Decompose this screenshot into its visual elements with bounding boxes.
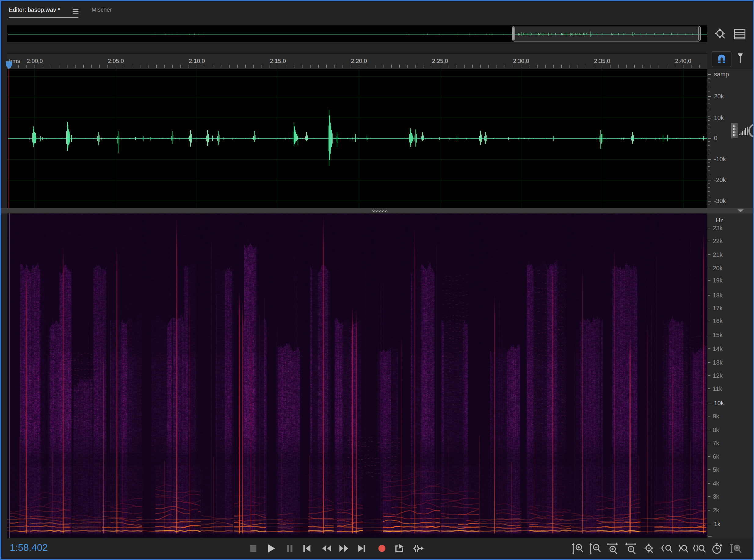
svg-text:5k: 5k xyxy=(713,466,719,473)
svg-text:6k: 6k xyxy=(713,453,719,460)
svg-text:20k: 20k xyxy=(713,265,723,272)
svg-text:2:10,0: 2:10,0 xyxy=(189,58,205,64)
svg-text:12k: 12k xyxy=(713,372,723,379)
svg-text:17k: 17k xyxy=(713,305,723,312)
svg-text:11k: 11k xyxy=(713,385,722,392)
svg-text:2:35,0: 2:35,0 xyxy=(594,58,610,64)
svg-text:15k: 15k xyxy=(713,332,723,338)
svg-text:1k: 1k xyxy=(714,521,721,527)
svg-text:2:15,0: 2:15,0 xyxy=(270,58,286,64)
svg-text:-10k: -10k xyxy=(714,156,726,162)
svg-text:22k: 22k xyxy=(713,238,723,244)
svg-text:21k: 21k xyxy=(713,251,723,258)
svg-text:3k: 3k xyxy=(713,493,719,500)
svg-text:19k: 19k xyxy=(713,277,723,284)
svg-text:-30k: -30k xyxy=(714,198,726,204)
svg-text:14k: 14k xyxy=(713,345,723,352)
svg-text:2:30,0: 2:30,0 xyxy=(513,58,529,64)
svg-text:23k: 23k xyxy=(713,225,723,232)
svg-text:2:25,0: 2:25,0 xyxy=(432,58,448,64)
svg-text:2:00,0: 2:00,0 xyxy=(27,58,43,64)
svg-text:2:40,0: 2:40,0 xyxy=(675,58,691,64)
svg-text:2:20,0: 2:20,0 xyxy=(351,58,367,64)
svg-text:13k: 13k xyxy=(713,359,723,366)
svg-text:4k: 4k xyxy=(713,480,719,487)
svg-text:20k: 20k xyxy=(714,93,724,100)
svg-text:8k: 8k xyxy=(713,426,719,433)
svg-text:7k: 7k xyxy=(713,440,719,446)
svg-text:9k: 9k xyxy=(713,413,719,420)
svg-text:16k: 16k xyxy=(713,318,723,324)
svg-text:2:05,0: 2:05,0 xyxy=(108,58,124,64)
svg-text:-20k: -20k xyxy=(714,177,726,183)
svg-text:0: 0 xyxy=(714,135,717,141)
svg-text:Hz: Hz xyxy=(716,217,723,223)
svg-text:10k: 10k xyxy=(714,400,724,406)
svg-text:18k: 18k xyxy=(713,292,723,299)
svg-text:10k: 10k xyxy=(714,115,724,121)
svg-text:2k: 2k xyxy=(713,507,719,514)
svg-text:samp: samp xyxy=(714,71,729,78)
